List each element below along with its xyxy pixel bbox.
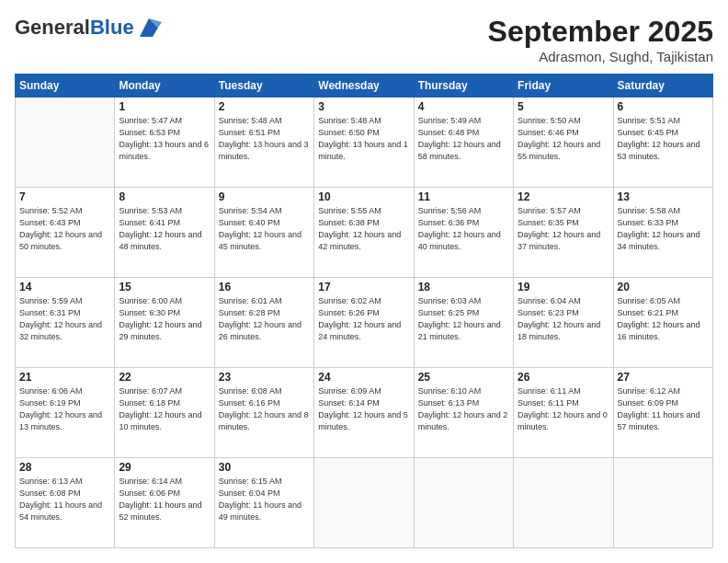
calendar-cell: 28Sunrise: 6:13 AMSunset: 6:08 PMDayligh… xyxy=(16,458,115,548)
logo-general: General xyxy=(15,16,90,39)
day-number: 19 xyxy=(518,281,609,293)
calendar-week-row: 28Sunrise: 6:13 AMSunset: 6:08 PMDayligh… xyxy=(16,458,713,548)
day-info: Sunrise: 5:53 AMSunset: 6:41 PMDaylight:… xyxy=(119,205,210,253)
day-info: Sunrise: 6:10 AMSunset: 6:13 PMDaylight:… xyxy=(418,385,509,433)
day-info: Sunrise: 6:06 AMSunset: 6:19 PMDaylight:… xyxy=(19,385,110,433)
day-info: Sunrise: 5:56 AMSunset: 6:36 PMDaylight:… xyxy=(418,205,509,253)
calendar-cell: 4Sunrise: 5:49 AMSunset: 6:48 PMDaylight… xyxy=(414,98,513,188)
day-number: 29 xyxy=(119,461,210,474)
calendar-cell xyxy=(514,458,613,548)
calendar-cell: 2Sunrise: 5:48 AMSunset: 6:51 PMDaylight… xyxy=(214,98,313,188)
day-number: 4 xyxy=(418,100,509,113)
calendar-cell: 6Sunrise: 5:51 AMSunset: 6:45 PMDaylight… xyxy=(613,98,712,188)
logo-icon xyxy=(136,15,162,40)
day-info: Sunrise: 6:12 AMSunset: 6:09 PMDaylight:… xyxy=(618,385,709,433)
calendar-cell: 30Sunrise: 6:15 AMSunset: 6:04 PMDayligh… xyxy=(214,458,313,548)
day-number: 11 xyxy=(418,190,509,203)
calendar-week-row: 21Sunrise: 6:06 AMSunset: 6:19 PMDayligh… xyxy=(16,368,713,458)
day-number: 15 xyxy=(119,281,210,293)
day-number: 28 xyxy=(19,461,110,474)
calendar-cell: 5Sunrise: 5:50 AMSunset: 6:46 PMDaylight… xyxy=(514,98,613,188)
title-block: September 2025 Adrasmon, Sughd, Tajikist… xyxy=(488,15,713,64)
day-info: Sunrise: 5:50 AMSunset: 6:46 PMDaylight:… xyxy=(518,115,609,163)
calendar-cell: 22Sunrise: 6:07 AMSunset: 6:18 PMDayligh… xyxy=(115,368,214,458)
calendar-cell: 21Sunrise: 6:06 AMSunset: 6:19 PMDayligh… xyxy=(16,368,115,458)
day-info: Sunrise: 5:48 AMSunset: 6:51 PMDaylight:… xyxy=(219,115,310,163)
day-info: Sunrise: 5:59 AMSunset: 6:31 PMDaylight:… xyxy=(19,295,110,343)
day-info: Sunrise: 6:11 AMSunset: 6:11 PMDaylight:… xyxy=(518,385,609,433)
day-number: 18 xyxy=(418,281,509,293)
calendar-cell: 27Sunrise: 6:12 AMSunset: 6:09 PMDayligh… xyxy=(613,368,712,458)
day-info: Sunrise: 6:01 AMSunset: 6:28 PMDaylight:… xyxy=(219,295,310,343)
weekday-header: Sunday xyxy=(16,75,115,98)
day-number: 1 xyxy=(119,100,210,113)
day-info: Sunrise: 5:49 AMSunset: 6:48 PMDaylight:… xyxy=(418,115,509,163)
day-number: 7 xyxy=(19,190,110,203)
day-number: 27 xyxy=(618,371,709,384)
calendar-cell: 1Sunrise: 5:47 AMSunset: 6:53 PMDaylight… xyxy=(115,98,214,188)
calendar-cell: 15Sunrise: 6:00 AMSunset: 6:30 PMDayligh… xyxy=(115,278,214,368)
calendar-cell: 13Sunrise: 5:58 AMSunset: 6:33 PMDayligh… xyxy=(613,188,712,278)
header: GeneralBlue September 2025 Adrasmon, Sug… xyxy=(15,15,713,64)
day-number: 6 xyxy=(618,100,709,113)
day-info: Sunrise: 5:54 AMSunset: 6:40 PMDaylight:… xyxy=(219,205,310,253)
day-number: 25 xyxy=(418,371,509,384)
calendar-cell: 3Sunrise: 5:48 AMSunset: 6:50 PMDaylight… xyxy=(314,98,414,188)
day-info: Sunrise: 5:51 AMSunset: 6:45 PMDaylight:… xyxy=(618,115,709,163)
day-number: 20 xyxy=(618,281,709,293)
day-number: 26 xyxy=(518,371,609,384)
page: GeneralBlue September 2025 Adrasmon, Sug… xyxy=(0,0,728,563)
calendar-cell: 11Sunrise: 5:56 AMSunset: 6:36 PMDayligh… xyxy=(414,188,513,278)
calendar-cell: 23Sunrise: 6:08 AMSunset: 6:16 PMDayligh… xyxy=(214,368,313,458)
day-number: 23 xyxy=(219,371,310,384)
day-number: 5 xyxy=(518,100,609,113)
logo: GeneralBlue xyxy=(15,15,162,40)
calendar-cell xyxy=(314,458,414,548)
day-info: Sunrise: 6:09 AMSunset: 6:14 PMDaylight:… xyxy=(318,385,409,433)
calendar-cell: 9Sunrise: 5:54 AMSunset: 6:40 PMDaylight… xyxy=(214,188,313,278)
calendar-cell xyxy=(613,458,712,548)
day-number: 10 xyxy=(318,190,409,203)
day-number: 30 xyxy=(219,461,310,474)
calendar-cell xyxy=(16,98,115,188)
day-info: Sunrise: 5:55 AMSunset: 6:38 PMDaylight:… xyxy=(318,205,409,253)
day-info: Sunrise: 5:48 AMSunset: 6:50 PMDaylight:… xyxy=(318,115,409,163)
weekday-header: Wednesday xyxy=(314,75,414,98)
day-number: 17 xyxy=(318,281,409,293)
day-number: 14 xyxy=(19,281,110,293)
weekday-header: Monday xyxy=(115,75,214,98)
calendar-cell: 18Sunrise: 6:03 AMSunset: 6:25 PMDayligh… xyxy=(414,278,513,368)
day-number: 9 xyxy=(219,190,310,203)
calendar-cell: 8Sunrise: 5:53 AMSunset: 6:41 PMDaylight… xyxy=(115,188,214,278)
day-info: Sunrise: 6:05 AMSunset: 6:21 PMDaylight:… xyxy=(618,295,709,343)
logo-blue: Blue xyxy=(90,16,134,39)
day-info: Sunrise: 6:08 AMSunset: 6:16 PMDaylight:… xyxy=(219,385,310,433)
calendar-cell: 7Sunrise: 5:52 AMSunset: 6:43 PMDaylight… xyxy=(16,188,115,278)
day-number: 3 xyxy=(318,100,409,113)
day-info: Sunrise: 5:58 AMSunset: 6:33 PMDaylight:… xyxy=(618,205,709,253)
day-info: Sunrise: 6:03 AMSunset: 6:25 PMDaylight:… xyxy=(418,295,509,343)
weekday-header-row: SundayMondayTuesdayWednesdayThursdayFrid… xyxy=(16,75,713,98)
day-number: 2 xyxy=(219,100,310,113)
day-number: 16 xyxy=(219,281,310,293)
day-number: 22 xyxy=(119,371,210,384)
weekday-header: Thursday xyxy=(414,75,513,98)
calendar-cell: 24Sunrise: 6:09 AMSunset: 6:14 PMDayligh… xyxy=(314,368,414,458)
location: Adrasmon, Sughd, Tajikistan xyxy=(488,49,713,64)
calendar-cell: 17Sunrise: 6:02 AMSunset: 6:26 PMDayligh… xyxy=(314,278,414,368)
day-info: Sunrise: 6:15 AMSunset: 6:04 PMDaylight:… xyxy=(219,476,310,523)
day-info: Sunrise: 6:00 AMSunset: 6:30 PMDaylight:… xyxy=(119,295,210,343)
day-number: 12 xyxy=(518,190,609,203)
calendar-cell: 10Sunrise: 5:55 AMSunset: 6:38 PMDayligh… xyxy=(314,188,414,278)
day-info: Sunrise: 6:14 AMSunset: 6:06 PMDaylight:… xyxy=(119,476,210,523)
day-info: Sunrise: 5:47 AMSunset: 6:53 PMDaylight:… xyxy=(119,115,210,163)
calendar-week-row: 7Sunrise: 5:52 AMSunset: 6:43 PMDaylight… xyxy=(16,188,713,278)
day-number: 13 xyxy=(618,190,709,203)
calendar-week-row: 14Sunrise: 5:59 AMSunset: 6:31 PMDayligh… xyxy=(16,278,713,368)
day-number: 8 xyxy=(119,190,210,203)
calendar-week-row: 1Sunrise: 5:47 AMSunset: 6:53 PMDaylight… xyxy=(16,98,713,188)
calendar-cell: 12Sunrise: 5:57 AMSunset: 6:35 PMDayligh… xyxy=(514,188,613,278)
weekday-header: Friday xyxy=(514,75,613,98)
day-number: 24 xyxy=(318,371,409,384)
calendar-cell: 20Sunrise: 6:05 AMSunset: 6:21 PMDayligh… xyxy=(613,278,712,368)
